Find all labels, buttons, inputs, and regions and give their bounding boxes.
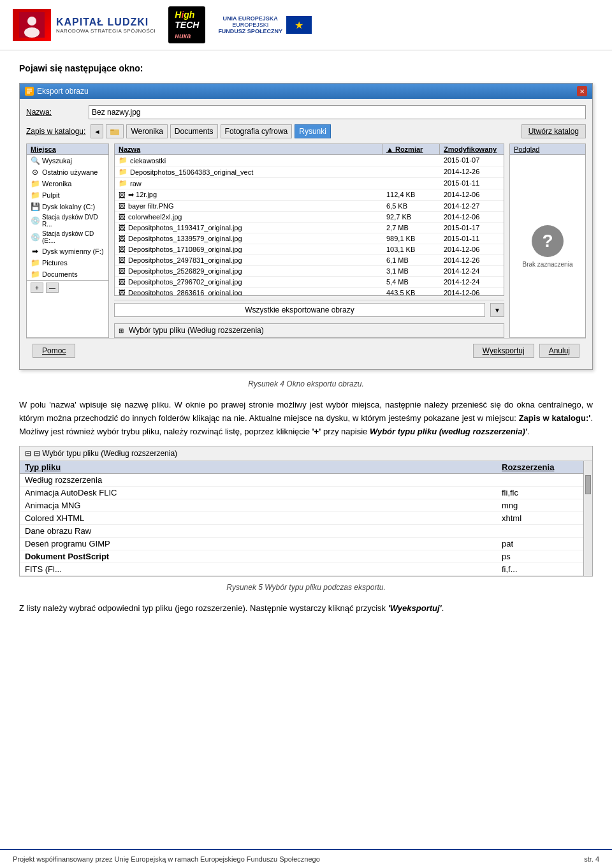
dialog-titlebar: Eksport obrazu ✕ bbox=[20, 84, 592, 99]
page-header: KAPITAŁ LUDZKI NARODOWA STRATEGIA SPÓJNO… bbox=[0, 0, 612, 50]
filetype-dialog-header[interactable]: ⊟ ⊟ Wybór typu pliku (Według rozszerzeni… bbox=[20, 446, 592, 461]
filetype-row[interactable]: Dokument PostScript ps bbox=[20, 550, 583, 563]
figure-caption-1: Rysunek 4 Okno eksportu obrazu. bbox=[19, 379, 593, 388]
file-size: 5,4 MB bbox=[382, 277, 440, 287]
sidebar-search-label: Wyszukaj bbox=[42, 157, 72, 165]
dialog-close-button[interactable]: ✕ bbox=[577, 86, 587, 96]
file-row[interactable]: 📁raw 2015-01-11 bbox=[115, 178, 504, 189]
file-row[interactable]: 🖼colorwheel2xl.jpg 92,7 KB 2014-12-06 bbox=[115, 212, 504, 223]
file-row[interactable]: 🖼Depositphotos_1710869_original.jpg 103,… bbox=[115, 244, 504, 255]
sidebar-recent-label: Ostatnio używane bbox=[42, 168, 98, 176]
sidebar-item-recent[interactable]: ⊙ Ostatnio używane bbox=[27, 166, 108, 178]
filetype-row-colored-xhtml[interactable]: Colored XHTML xhtml bbox=[20, 512, 583, 525]
main-content: Pojawi się następujące okno: Eksport obr… bbox=[0, 50, 612, 636]
sidebar-pulpit-label: Pulpit bbox=[42, 191, 60, 199]
file-date: 2014-12-06 bbox=[440, 244, 504, 254]
image-icon: 🖼 bbox=[119, 202, 126, 210]
save-path-label: Zapis w katalogu: bbox=[26, 127, 85, 136]
path-back-button[interactable]: ◄ bbox=[91, 124, 103, 138]
sidebar-item-search[interactable]: 🔍 Wyszukaj bbox=[27, 155, 108, 166]
section-title: Pojawi się następujące okno: bbox=[19, 63, 593, 73]
file-row[interactable]: 🖼Depositphotos_1339579_original.jpg 989,… bbox=[115, 233, 504, 244]
image-icon: 🖼 bbox=[119, 278, 126, 286]
scrollbar-thumb[interactable] bbox=[585, 475, 591, 494]
image-icon: 🖼 bbox=[119, 213, 126, 221]
col-date-header[interactable]: Zmodyfikowany bbox=[440, 144, 504, 154]
cancel-button[interactable]: Anuluj bbox=[539, 344, 579, 358]
filetype-ext-xhtml: xhtml bbox=[502, 513, 578, 523]
file-row[interactable]: 🖼Depositphotos_2796702_original.jpg 5,4 … bbox=[115, 277, 504, 288]
sidebar-add-button[interactable]: + bbox=[31, 283, 43, 293]
file-size: 92,7 KB bbox=[382, 212, 440, 222]
file-size: 6,1 MB bbox=[382, 255, 440, 265]
file-row[interactable]: 🖼Depositphotos_2497831_original.jpg 6,1 … bbox=[115, 255, 504, 266]
filetype-ext: ps bbox=[502, 552, 578, 561]
col-rozszerzenia-header[interactable]: Rozszerzenia bbox=[502, 462, 578, 472]
file-type-header[interactable]: ⊞ Wybór typu pliku (Według rozszerzenia) bbox=[115, 324, 504, 337]
folder-icon: 📁 bbox=[119, 168, 127, 176]
col-size-header[interactable]: ▲ Rozmiar bbox=[382, 144, 440, 154]
filetype-row[interactable]: Animacja AutoDesk FLIC fli,flc bbox=[20, 487, 583, 499]
logo-hightech: HighTECHника bbox=[168, 6, 205, 43]
page-footer: Projekt współfinansowany przez Unię Euro… bbox=[0, 849, 612, 868]
file-row[interactable]: 🖼Depositphotos_1193417_original.jpg 2,7 … bbox=[115, 223, 504, 233]
filter-dropdown-button[interactable]: ▼ bbox=[490, 303, 504, 317]
path-folder-icon bbox=[106, 124, 124, 138]
dialog-titlebar-left: Eksport obrazu bbox=[25, 87, 89, 96]
sidebar-item-pulpit[interactable]: 📁 Pulpit bbox=[27, 189, 108, 201]
sidebar-footer: + — bbox=[27, 280, 108, 295]
svg-text:★: ★ bbox=[295, 20, 303, 31]
path-weronika[interactable]: Weronika bbox=[126, 124, 167, 138]
filetype-dialog: ⊟ ⊟ Wybór typu pliku (Według rozszerzeni… bbox=[19, 446, 593, 577]
file-name-text: Depositphotos_1193417_original.jpg bbox=[128, 224, 242, 232]
path-rysunki[interactable]: Rysunki bbox=[295, 124, 331, 138]
sidebar-item-pictures[interactable]: 📁 Pictures bbox=[27, 257, 108, 268]
search-icon: 🔍 bbox=[31, 156, 40, 165]
file-name-text: Depositphotos_2863616_original.jpg bbox=[128, 289, 242, 295]
places-sidebar: Miejsca 🔍 Wyszukaj ⊙ Ostatnio używane 📁 bbox=[26, 143, 109, 338]
export-button[interactable]: Wyeksportuj bbox=[473, 344, 534, 358]
filter-input[interactable] bbox=[114, 303, 485, 317]
filetype-row[interactable]: Dane obrazu Raw bbox=[20, 525, 583, 538]
file-size: 989,1 KB bbox=[382, 233, 440, 244]
sidebar-item-dvd[interactable]: 💿 Stacja dysków DVD R... bbox=[27, 212, 108, 229]
sidebar-item-removable[interactable]: ➡ Dysk wymienny (F:) bbox=[27, 246, 108, 257]
filename-input[interactable] bbox=[89, 105, 586, 119]
file-row[interactable]: 🖼➡ 12r.jpg 112,4 KB 2014-12-06 bbox=[115, 189, 504, 201]
folder-icon-2: 📁 bbox=[31, 191, 40, 200]
file-size: 2,7 MB bbox=[382, 223, 440, 233]
action-buttons: Wyeksportuj Anuluj bbox=[473, 344, 579, 358]
filetype-row[interactable]: Animacja MNG mng bbox=[20, 499, 583, 512]
path-fotografia[interactable]: Fotografia cyfrowa bbox=[221, 124, 293, 138]
col-typ-header[interactable]: Typ pliku bbox=[25, 462, 502, 472]
filetype-scrollbar[interactable] bbox=[583, 461, 592, 576]
file-row[interactable]: 🖼Depositphotos_2863616_original.jpg 443,… bbox=[115, 288, 504, 295]
help-button[interactable]: Pomoc bbox=[33, 344, 75, 358]
filetype-list: Typ pliku Rozszerzenia Według rozszerzen… bbox=[20, 461, 583, 576]
sidebar-remove-button[interactable]: — bbox=[46, 283, 59, 293]
disk-icon-c: 💾 bbox=[31, 202, 40, 211]
file-row[interactable]: 📁Depositphotos_15064383_original_vect 20… bbox=[115, 166, 504, 178]
filetype-ext: fli,flc bbox=[502, 488, 578, 497]
sidebar-item-documents[interactable]: 📁 Documents bbox=[27, 268, 108, 280]
expand-icon: ⊞ bbox=[119, 327, 126, 334]
filetype-typ: Animacja AutoDesk FLIC bbox=[25, 488, 502, 497]
sidebar-item-cd[interactable]: 💿 Stacja dysków CD (E:... bbox=[27, 229, 108, 246]
file-row[interactable]: 🖼bayer filtr.PNG 6,5 KB 2014-12-27 bbox=[115, 201, 504, 212]
create-folder-button[interactable]: Utwórz katalog bbox=[521, 124, 586, 138]
sidebar-item-weronika[interactable]: 📁 Weronika bbox=[27, 178, 108, 189]
filetype-row[interactable]: Deseń programu GIMP pat bbox=[20, 538, 583, 550]
col-name-header[interactable]: Nazwa bbox=[115, 144, 382, 154]
path-documents[interactable]: Documents bbox=[170, 124, 218, 138]
filetype-typ-colored: Colored XHTML bbox=[25, 513, 502, 523]
file-row[interactable]: 📁ciekawostki 2015-01-07 bbox=[115, 155, 504, 166]
filetype-row[interactable]: Według rozszerzenia bbox=[20, 474, 583, 487]
file-name-text: ➡ 12r.jpg bbox=[128, 191, 157, 199]
file-date: 2014-12-06 bbox=[440, 212, 504, 222]
sidebar-item-disk-c[interactable]: 💾 Dysk lokalny (C:) bbox=[27, 201, 108, 212]
filetype-row[interactable]: FITS (Fl... fi,f... bbox=[20, 563, 583, 576]
filetype-expand-icon: ⊟ bbox=[25, 449, 31, 458]
documents-icon: 📁 bbox=[31, 270, 40, 279]
filetype-header-label: ⊟ Wybór typu pliku (Według rozszerzenia) bbox=[34, 449, 177, 458]
file-row[interactable]: 🖼Depositphotos_2526829_original.jpg 3,1 … bbox=[115, 266, 504, 277]
